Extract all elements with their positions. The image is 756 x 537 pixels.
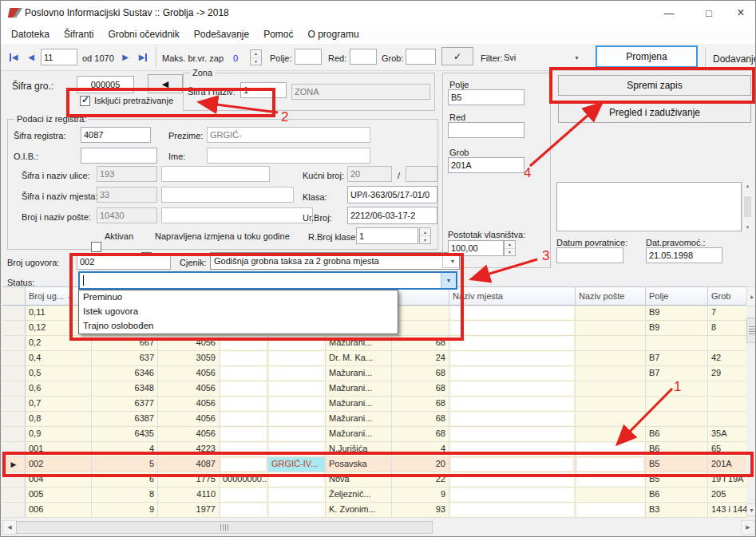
menu-item[interactable]: O programu <box>301 26 366 42</box>
minimize-button[interactable]: — <box>653 1 685 25</box>
grid-cell[interactable]: 0,6 <box>26 381 92 397</box>
grid-cell[interactable] <box>449 351 576 366</box>
grid-cell[interactable]: 005 <box>26 488 92 503</box>
datum-povratnice-input[interactable] <box>556 247 623 263</box>
horizontal-scrollbar[interactable]: ◀ ▶ <box>2 520 755 534</box>
grid-cell[interactable] <box>220 381 268 397</box>
row-selector[interactable] <box>2 321 26 336</box>
menu-item[interactable]: Datoteka <box>4 26 57 42</box>
grid-cell[interactable]: 4223 <box>158 442 220 457</box>
grid-cell[interactable] <box>220 412 268 427</box>
previous-record-button[interactable]: ◀ <box>23 49 39 65</box>
grid-cell[interactable]: 6387 <box>92 412 158 427</box>
grid-cell[interactable]: 8 <box>92 488 158 503</box>
spinner-up-icon[interactable]: ▲ <box>251 50 261 58</box>
table-row[interactable]: 0,763774056Mažurani...681,00 <box>2 397 756 412</box>
grid-cell[interactable]: 5 <box>92 457 158 472</box>
postotak-input[interactable] <box>448 240 504 256</box>
grid-cell[interactable]: 006 <box>26 503 92 518</box>
grid-cell[interactable] <box>646 336 708 351</box>
menu-item[interactable]: Podešavanje <box>187 26 256 42</box>
row-selector[interactable] <box>2 381 26 397</box>
row-selector[interactable] <box>2 351 26 366</box>
menu-item[interactable]: Grobni očevidnik <box>101 26 186 42</box>
grid-cell[interactable]: B5 <box>646 472 708 488</box>
grid-cell[interactable] <box>220 397 268 412</box>
grid-cell[interactable]: 0,4 <box>26 351 92 366</box>
grid-cell[interactable] <box>449 336 576 351</box>
notes-scrollbar[interactable]: ▲ ▼ <box>742 182 753 231</box>
row-selector[interactable] <box>2 427 26 442</box>
grid-cell[interactable]: 24 <box>392 351 449 366</box>
table-row[interactable]: 0,46373059Dr. M. Ka...24B7422,00 <box>2 351 756 366</box>
grid-cell[interactable]: 0,8 <box>26 412 92 427</box>
grid-cell[interactable] <box>268 336 326 351</box>
grid-cell[interactable]: 00000000... <box>220 472 268 488</box>
grid-cell[interactable] <box>449 427 576 442</box>
grid-cell[interactable]: 1775 <box>158 472 220 488</box>
grid-selector-header[interactable] <box>2 287 26 306</box>
grid-cell[interactable]: B6 <box>646 442 708 457</box>
red-input[interactable] <box>448 122 524 138</box>
zona-sifra-input[interactable] <box>240 82 287 98</box>
grid-cell[interactable] <box>449 381 576 397</box>
spinner-down-icon[interactable]: ▼ <box>420 236 430 243</box>
grid-cell[interactable]: 0,2 <box>26 336 92 351</box>
grid-column-header[interactable] <box>392 287 449 306</box>
grid-cell[interactable]: 0,5 <box>26 366 92 381</box>
grid-cell[interactable] <box>220 503 268 518</box>
maks-spinner[interactable]: ▲▼ <box>250 49 262 65</box>
grid-cell[interactable] <box>220 366 268 381</box>
aktivan-checkbox[interactable] <box>91 242 101 252</box>
last-record-button[interactable]: ▶ <box>135 49 151 65</box>
table-row[interactable]: 0,663484056Mažurani...681,00 <box>2 381 756 397</box>
table-row[interactable]: 0,964354056Mažurani...68B635A1,00 <box>2 427 756 442</box>
grid-cell[interactable] <box>220 336 268 351</box>
grid-cell[interactable]: Mažurani... <box>326 397 392 412</box>
grob-input[interactable] <box>448 157 524 173</box>
grid-cell[interactable]: 9 <box>92 503 158 518</box>
grid-cell[interactable] <box>220 442 268 457</box>
grid-cell[interactable] <box>220 488 268 503</box>
grid-cell[interactable] <box>268 366 326 381</box>
grid-cell[interactable] <box>220 351 268 366</box>
polje-toolbar-input[interactable] <box>295 49 322 65</box>
grid-cell[interactable]: 0,9 <box>26 427 92 442</box>
grid-cell[interactable]: 667 <box>92 336 158 351</box>
grid-cell[interactable]: 4056 <box>158 366 220 381</box>
polje-input[interactable] <box>448 89 524 105</box>
dodavanje-button[interactable]: Dodavanje <box>713 53 756 65</box>
broj-ugovora-input[interactable] <box>77 253 171 270</box>
grid-cell[interactable] <box>576 442 646 457</box>
grid-cell[interactable]: Mažurani... <box>326 427 392 442</box>
grid-cell[interactable] <box>576 427 646 442</box>
grid-cell[interactable]: Mažurani... <box>326 366 392 381</box>
status-option[interactable]: Istek ugovora <box>79 305 398 319</box>
grid-cell[interactable]: 004 <box>26 472 92 488</box>
grid-cell[interactable]: 20 <box>392 457 449 472</box>
grid-cell[interactable]: 4110 <box>158 488 220 503</box>
urbroj-input[interactable] <box>347 207 437 224</box>
pregled-zaduzivanje-button[interactable]: Pregled i zaduživanje <box>558 102 751 123</box>
grid-cell[interactable]: 68 <box>392 381 449 397</box>
klasa-input[interactable] <box>347 186 437 203</box>
spinner-up-icon[interactable]: ▲ <box>505 241 515 249</box>
grid-cell[interactable]: 4056 <box>158 397 220 412</box>
grid-cell[interactable]: 68 <box>392 336 449 351</box>
grid-cell[interactable]: 68 <box>392 397 449 412</box>
grid-cell[interactable]: 68 <box>392 366 449 381</box>
grid-cell[interactable] <box>576 397 646 412</box>
promjena-button[interactable]: Promjena <box>596 45 698 68</box>
grid-cell[interactable] <box>268 442 326 457</box>
sifra-gro-input[interactable] <box>77 76 134 93</box>
grid-cell[interactable]: 4056 <box>158 412 220 427</box>
izmjena-label[interactable]: Napravljena izmjena u toku godine <box>155 231 290 241</box>
grid-cell[interactable]: B9 <box>646 306 708 321</box>
grid-cell[interactable]: 4 <box>92 442 158 457</box>
grid-cell[interactable]: 3059 <box>158 351 220 366</box>
postotak-spinner[interactable]: ▲▼ <box>504 240 516 256</box>
grid-cell[interactable] <box>576 488 646 503</box>
scroll-up-icon[interactable]: ▲ <box>746 286 756 306</box>
grid-cell[interactable]: Željeznič... <box>326 488 392 503</box>
grid-cell[interactable] <box>268 427 326 442</box>
